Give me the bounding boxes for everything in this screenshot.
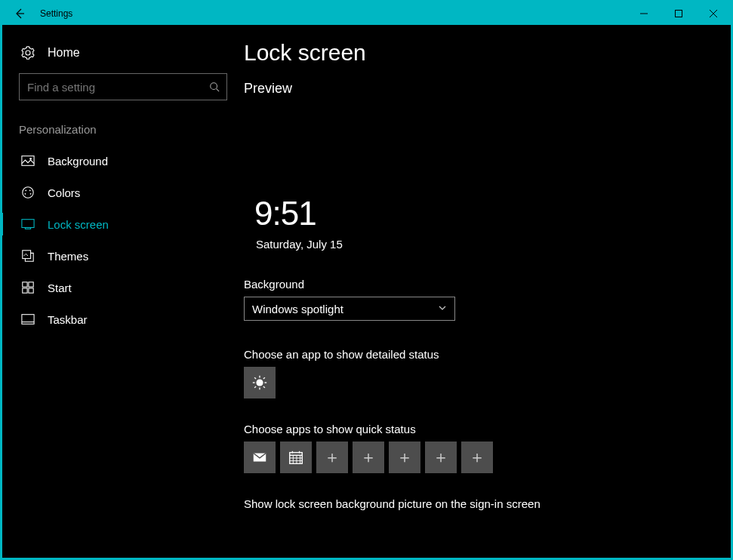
minimize-button[interactable]: [627, 2, 661, 25]
quick-status-tile-add[interactable]: ＋: [461, 442, 493, 473]
svg-line-6: [217, 89, 220, 92]
preview-time: 9:51: [254, 195, 316, 232]
svg-point-13: [30, 193, 32, 195]
sidebar-item-label: Background: [48, 155, 108, 168]
detailed-status-row: [244, 367, 708, 398]
sidebar: Home Personalization Background Colo: [2, 25, 244, 558]
lock-screen-icon: [19, 217, 37, 231]
search-box[interactable]: [19, 73, 227, 100]
svg-rect-2: [676, 11, 682, 17]
svg-rect-19: [23, 288, 27, 293]
svg-point-9: [23, 187, 33, 198]
title-bar: Settings: [2, 2, 731, 25]
sidebar-item-taskbar[interactable]: Taskbar: [2, 303, 244, 335]
sidebar-item-start[interactable]: Start: [2, 272, 244, 303]
detailed-status-label: Choose an app to show detailed status: [244, 348, 708, 361]
quick-status-tile-add[interactable]: ＋: [316, 442, 348, 473]
weather-icon: [251, 374, 268, 391]
quick-status-tile-add[interactable]: ＋: [425, 442, 457, 473]
quick-status-tile-add[interactable]: ＋: [353, 442, 384, 473]
svg-line-31: [263, 377, 265, 379]
search-icon: [202, 82, 226, 92]
dropdown-value: Windows spotlight: [252, 303, 438, 315]
svg-rect-17: [23, 282, 27, 287]
plus-icon: ＋: [469, 446, 485, 469]
close-button[interactable]: [696, 2, 731, 25]
svg-line-29: [263, 386, 265, 388]
quick-status-tile-calendar[interactable]: [280, 442, 312, 473]
sidebar-item-lock-screen[interactable]: Lock screen: [2, 208, 244, 240]
back-arrow-icon: [14, 8, 26, 20]
preview-date: Saturday, July 15: [256, 238, 343, 251]
sidebar-item-label: Lock screen: [48, 218, 109, 231]
picture-icon: [19, 154, 37, 168]
window-title: Settings: [37, 8, 72, 19]
svg-point-23: [256, 379, 263, 386]
svg-rect-18: [29, 282, 33, 287]
detailed-status-app-tile[interactable]: [244, 367, 276, 398]
page-title: Lock screen: [244, 40, 708, 66]
plus-icon: ＋: [433, 446, 449, 469]
chevron-down-icon: [438, 303, 447, 315]
search-input[interactable]: [20, 81, 202, 94]
minimize-icon: [639, 9, 648, 18]
svg-point-11: [29, 189, 31, 191]
sidebar-item-colors[interactable]: Colors: [2, 177, 244, 208]
sidebar-item-themes[interactable]: Themes: [2, 240, 244, 272]
home-button[interactable]: Home: [2, 40, 244, 73]
background-dropdown[interactable]: Windows spotlight: [244, 297, 455, 321]
svg-line-30: [254, 386, 256, 388]
svg-rect-15: [25, 228, 30, 229]
quick-status-tile-mail[interactable]: [244, 442, 276, 473]
lock-screen-preview: 9:51 Saturday, July 15: [244, 107, 636, 258]
plus-icon: ＋: [360, 446, 377, 469]
preview-label: Preview: [244, 81, 708, 97]
themes-icon: [19, 249, 37, 263]
sign-in-picture-label: Show lock screen background picture on t…: [244, 497, 708, 510]
svg-point-8: [29, 158, 32, 160]
svg-rect-21: [22, 315, 34, 325]
sidebar-item-label: Start: [48, 282, 72, 294]
maximize-icon: [674, 9, 683, 18]
gear-icon: [19, 46, 37, 60]
sidebar-group-title: Personalization: [2, 123, 244, 145]
quick-status-label: Choose apps to show quick status: [244, 423, 708, 435]
settings-window: Settings Home: [0, 0, 733, 560]
svg-point-10: [25, 189, 26, 191]
sidebar-item-background[interactable]: Background: [2, 145, 244, 177]
sidebar-item-label: Taskbar: [48, 313, 88, 326]
quick-status-tile-add[interactable]: ＋: [389, 442, 420, 473]
svg-rect-7: [22, 156, 34, 166]
sidebar-item-label: Themes: [48, 250, 88, 263]
calendar-icon: [288, 449, 304, 466]
svg-rect-14: [22, 220, 34, 228]
svg-point-5: [211, 83, 217, 90]
palette-icon: [19, 186, 37, 199]
quick-status-row: ＋ ＋ ＋ ＋ ＋: [244, 442, 708, 473]
plus-icon: ＋: [324, 446, 340, 469]
svg-rect-20: [29, 288, 33, 293]
main-content: Lock screen Preview 9:51 Saturday, July …: [244, 25, 731, 558]
svg-point-12: [25, 193, 26, 195]
close-icon: [709, 9, 718, 18]
back-button[interactable]: [2, 2, 37, 25]
plus-icon: ＋: [396, 446, 413, 469]
taskbar-icon: [19, 312, 37, 326]
background-label: Background: [244, 278, 708, 291]
sidebar-item-label: Colors: [48, 186, 80, 199]
svg-line-28: [254, 377, 256, 379]
maximize-button[interactable]: [661, 2, 696, 25]
home-label: Home: [48, 46, 80, 60]
start-icon: [19, 281, 37, 294]
mail-icon: [251, 449, 268, 466]
